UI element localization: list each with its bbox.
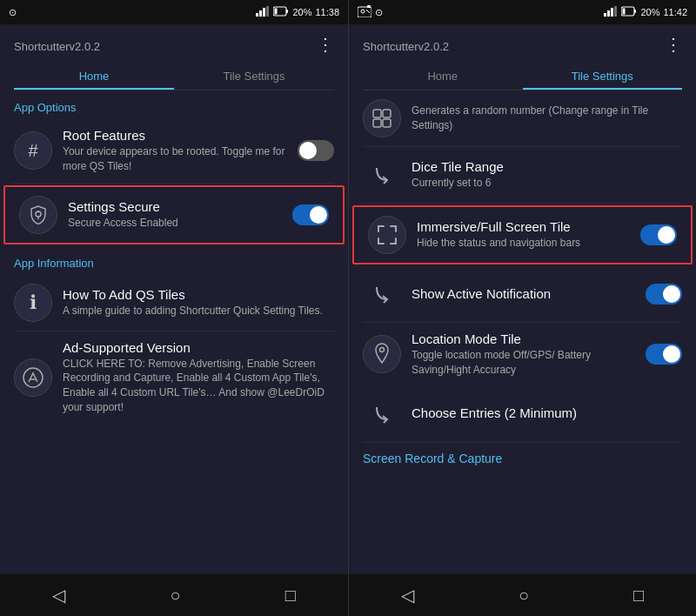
content-right: Generates a random number (Change range … — [349, 90, 696, 574]
svg-rect-18 — [634, 10, 636, 13]
nav-bar-left: ◁ ○ □ — [0, 574, 348, 616]
right-panel: ⊙ 20% 11:42 Shortcutterv2.0.2 ⋮ Home Til… — [348, 0, 696, 616]
immersive-toggle[interactable] — [640, 224, 677, 245]
dice-tile-text: Dice Tile Range Currently set to 6 — [412, 159, 682, 191]
menu-button-right[interactable]: ⋮ — [665, 34, 682, 55]
svg-point-24 — [380, 348, 385, 352]
list-item-choose-entries[interactable]: Choose Entries (2 Minimum) — [349, 386, 696, 442]
nav-bar-right: ◁ ○ □ — [349, 574, 696, 616]
status-icon-left: ⊙ — [9, 7, 17, 18]
svg-point-8 — [37, 211, 39, 212]
settings-secure-icon — [19, 196, 57, 234]
signal-icon-left — [256, 6, 270, 18]
app-header-right: Shortcutterv2.0.2 ⋮ Home Tile Settings — [349, 24, 696, 90]
battery-pct-left: 20% — [292, 7, 311, 17]
location-toggle[interactable] — [646, 344, 682, 365]
left-panel: ⊙ 20% 11:38 Shortcutterv2.0.2 ⋮ Home Til… — [0, 0, 348, 616]
tab-tile-settings-right[interactable]: Tile Settings — [523, 63, 683, 90]
immersive-icon — [368, 216, 406, 254]
divider-1 — [14, 183, 334, 184]
list-item-how-to[interactable]: ℹ How To Add QS Tiles A simple guide to … — [0, 275, 348, 331]
ad-supported-text: Ad-Supported Version CLICK HERE TO: Remo… — [63, 340, 334, 415]
signal-icon-right — [604, 6, 618, 18]
svg-rect-14 — [607, 10, 610, 17]
svg-rect-21 — [383, 110, 391, 117]
how-to-subtitle: A simple guide to adding Shortcutter Qui… — [63, 304, 334, 318]
svg-rect-23 — [383, 119, 391, 127]
battery-icon-left — [273, 6, 289, 18]
svg-point-9 — [23, 368, 43, 387]
status-left: ⊙ — [9, 7, 17, 18]
ad-supported-subtitle: CLICK HERE TO: Remove Advertising, Enabl… — [63, 357, 334, 415]
tabs-left: Home Tile Settings — [14, 63, 334, 90]
app-title-right: Shortcutterv2.0.2 — [363, 33, 449, 56]
location-icon — [363, 335, 401, 373]
list-item-settings-secure[interactable]: Settings Secure Secure Access Enabled — [3, 185, 345, 244]
time-left: 11:38 — [315, 7, 339, 17]
menu-button-left[interactable]: ⋮ — [317, 34, 334, 55]
notification-toggle[interactable] — [646, 284, 682, 305]
immersive-text: Immersive/Full Screen Tile Hide the stat… — [417, 219, 640, 251]
list-item-root-features[interactable]: # Root Features Your device appears to b… — [0, 119, 348, 183]
status-bar-left: ⊙ 20% 11:38 — [0, 0, 348, 24]
root-features-title: Root Features — [63, 128, 298, 143]
recents-button-left[interactable]: □ — [268, 579, 313, 613]
ad-supported-icon — [14, 358, 52, 397]
settings-secure-title: Settings Secure — [68, 199, 292, 214]
ad-supported-title: Ad-Supported Version — [63, 340, 334, 355]
svg-rect-13 — [604, 13, 606, 17]
immersive-title: Immersive/Full Screen Tile — [417, 219, 640, 234]
list-item-ad-supported[interactable]: Ad-Supported Version CLICK HERE TO: Remo… — [0, 331, 348, 424]
svg-rect-19 — [623, 9, 626, 15]
screen-record-link[interactable]: Screen Record & Capture — [349, 443, 696, 474]
app-header-left: Shortcutterv2.0.2 ⋮ Home Tile Settings — [0, 24, 348, 90]
battery-icon-right — [621, 6, 637, 18]
list-item-immersive[interactable]: Immersive/Full Screen Tile Hide the stat… — [352, 205, 693, 264]
home-button-left[interactable]: ○ — [152, 579, 197, 613]
how-to-text: How To Add QS Tiles A simple guide to ad… — [63, 287, 334, 318]
recents-button-right[interactable]: □ — [616, 579, 661, 613]
status-bar-right: ⊙ 20% 11:42 — [349, 0, 696, 24]
root-features-text: Root Features Your device appears to be … — [63, 128, 298, 174]
svg-rect-15 — [611, 8, 613, 17]
divider-r2 — [363, 203, 682, 204]
back-button-left[interactable]: ◁ — [35, 578, 83, 613]
svg-rect-22 — [373, 119, 381, 127]
list-item-random-number[interactable]: Generates a random number (Change range … — [349, 90, 696, 146]
settings-secure-toggle[interactable] — [292, 204, 329, 225]
root-features-icon: # — [14, 131, 52, 170]
list-item-dice-tile[interactable]: Dice Tile Range Currently set to 6 — [349, 147, 696, 203]
svg-rect-2 — [263, 8, 265, 17]
notification-title: Show Active Notification — [412, 286, 646, 301]
back-button-right[interactable]: ◁ — [384, 578, 432, 613]
root-features-subtitle: Your device appears to be rooted. Toggle… — [63, 144, 298, 174]
tab-home-right[interactable]: Home — [363, 63, 523, 90]
settings-secure-subtitle: Secure Access Enabled — [68, 216, 292, 231]
svg-rect-0 — [256, 13, 258, 17]
dice-tile-subtitle: Currently set to 6 — [412, 176, 682, 191]
notification-arrow — [363, 275, 401, 313]
svg-rect-5 — [286, 10, 288, 13]
random-number-icon — [363, 99, 401, 137]
svg-rect-12 — [367, 5, 371, 8]
tab-home-left[interactable]: Home — [14, 63, 174, 90]
location-text: Location Mode Tile Toggle location mode … — [412, 331, 646, 378]
section-header-app-options: App Options — [0, 90, 348, 119]
svg-point-11 — [361, 10, 365, 13]
list-item-active-notification[interactable]: Show Active Notification — [349, 266, 696, 322]
svg-rect-1 — [259, 10, 262, 17]
tab-tile-settings-left[interactable]: Tile Settings — [174, 63, 334, 90]
how-to-icon: ℹ — [14, 284, 52, 322]
home-button-right[interactable]: ○ — [501, 579, 546, 613]
immersive-subtitle: Hide the status and navigation bars — [417, 236, 640, 251]
choose-entries-text: Choose Entries (2 Minimum) — [412, 405, 682, 422]
choose-entries-arrow — [363, 395, 401, 433]
root-features-toggle[interactable] — [298, 140, 334, 161]
section-header-app-info: App Information — [0, 246, 348, 275]
app-title-left: Shortcutterv2.0.2 — [14, 33, 100, 56]
content-left: App Options # Root Features Your device … — [0, 90, 348, 574]
status-icon-right: ⊙ — [375, 7, 383, 18]
battery-pct-right: 20% — [640, 7, 659, 17]
location-title: Location Mode Tile — [412, 331, 646, 346]
list-item-location[interactable]: Location Mode Tile Toggle location mode … — [349, 323, 696, 386]
